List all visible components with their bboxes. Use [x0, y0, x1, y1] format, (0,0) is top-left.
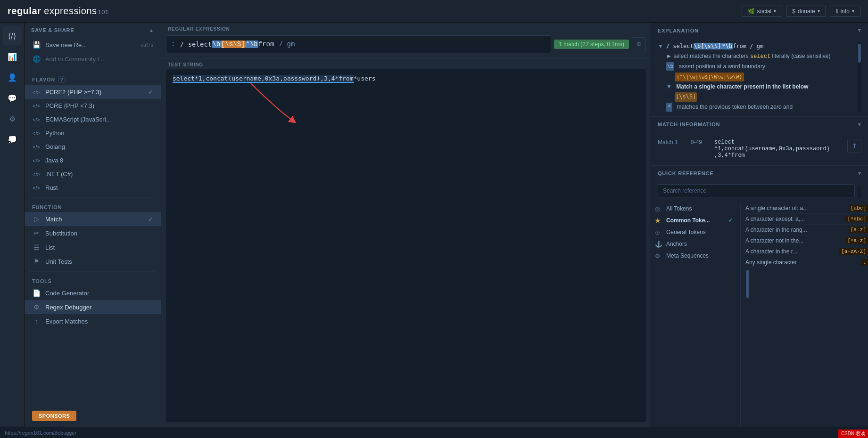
expand-icon-2[interactable]: ▼ [666, 82, 672, 91]
exp-regex-text: / select\b[\s\S]*\bfrom / gm [666, 42, 763, 51]
sidebar-flavor-ecma[interactable]: </> ECMAScript (JavaScri... [25, 113, 161, 126]
expand-icon[interactable]: ▼ [658, 42, 663, 51]
main-layout: ⟨/⟩ 📊 👤 💬 ⚙ 💭 SAVE & SHARE ▲ 💾 Save new … [0, 23, 868, 427]
code-icon: </> [32, 144, 41, 150]
sidebar-flavor-pcre2[interactable]: </> PCRE2 (PHP >=7.3) ✓ [25, 85, 161, 99]
sidebar-flavor-java[interactable]: </> Java 8 [25, 154, 161, 167]
sidebar-flavor-python[interactable]: </> Python [25, 126, 161, 140]
qr-search-row [651, 181, 868, 203]
sidebar-flavor-pcre[interactable]: </> PCRE (PHP <7.3) [25, 99, 161, 113]
qr-item-anchors[interactable]: ⚓ Anchors [651, 238, 736, 250]
sidebar-tool-codegen[interactable]: 📄 Code Generator [25, 286, 161, 300]
match-badge: 1 match (27 steps, 0.1ms) [554, 40, 629, 49]
divider-2 [30, 197, 155, 198]
boundary-detail-code: (^\|\w|\w$|\W\w|\w\W) [675, 73, 744, 82]
right-pane: EXPLANATION ▾ ▼ / select\b[\s\S]*\bfrom … [651, 23, 868, 427]
match-share-button[interactable]: ⬆ [847, 139, 861, 153]
exp-line-select: ► select matches the characters select l… [658, 52, 858, 61]
sidebar-function-unittests[interactable]: ⚑ Unit Tests [25, 254, 161, 268]
qr-categories: ◎ All Tokens ★ Common Toke... ✓ ⊙ Genera… [651, 203, 741, 427]
sidebar-flavor-dotnet[interactable]: </> .NET (C#) [25, 167, 161, 181]
regex-highlight-bracket: [\s\S] [221, 41, 245, 48]
chevron-down-icon: ▾ [858, 122, 861, 128]
qr-entries: A single character of: a... [abc] A char… [741, 203, 868, 427]
codegen-icon: 📄 [32, 289, 41, 297]
icon-bar-community[interactable]: 💬 [3, 89, 22, 107]
sidebar-item-save[interactable]: 💾 Save new Re... ctrl+s [25, 38, 161, 52]
test-string-content[interactable]: select*1,concat(username,0x3a,passsword)… [166, 69, 646, 422]
code-icon: </> [32, 185, 41, 191]
qr-item-general-tokens[interactable]: ⊙ General Tokens [651, 227, 736, 238]
sidebar: SAVE & SHARE ▲ 💾 Save new Re... ctrl+s 🌐… [25, 23, 161, 427]
chevron-up-icon: ▲ [149, 27, 154, 33]
regex-text: / select [176, 41, 212, 48]
list-icon: ☰ [32, 243, 41, 251]
explanation-scrollbar-thumb [858, 44, 861, 63]
donate-button[interactable]: $ donate ▾ [786, 6, 826, 17]
qr-search-scrollbar [858, 187, 861, 198]
sidebar-flavor-rust[interactable]: </> Rust [25, 181, 161, 195]
info-button[interactable]: ℹ info ▾ [830, 6, 860, 17]
code-icon: </> [32, 103, 41, 109]
quick-reference-header[interactable]: QUICK REFERENCE ▾ [651, 166, 868, 181]
explanation-section: EXPLANATION ▾ ▼ / select\b[\s\S]*\bfrom … [651, 23, 868, 117]
sponsor-button[interactable]: SPONSORS [32, 411, 76, 421]
topnav: regular expressions101 🌿 social ▾ $ dona… [0, 0, 868, 23]
sidebar-tools-title: TOOLS [25, 275, 161, 286]
sidebar-function-substitution[interactable]: ✂ Substitution [25, 226, 161, 240]
boundary-code: \b [666, 62, 674, 71]
logo: regular expressions101 [8, 6, 109, 16]
chevron-down-icon: ▾ [774, 8, 776, 14]
explanation-scrollbar[interactable] [858, 42, 861, 113]
search-reference-input[interactable] [658, 184, 855, 197]
check-icon: ✓ [148, 216, 153, 223]
match-info-header[interactable]: MATCH INFORMATION ▾ [651, 117, 868, 132]
test-string-tail: *users [354, 75, 376, 82]
match-label: Match 1 [658, 139, 686, 146]
qr-entry-5: Any single character . [745, 257, 868, 268]
save-icon: 💾 [32, 41, 41, 49]
chevron-down-icon: ▾ [858, 170, 861, 177]
social-icon: 🌿 [748, 8, 755, 15]
qr-entry-2: A character in the rang... [a-z] [745, 225, 868, 235]
qr-item-meta-sequences[interactable]: ⚙ Meta Sequences [651, 250, 736, 262]
qr-scrollbar[interactable] [745, 270, 749, 298]
sidebar-flavor-golang[interactable]: </> Golang [25, 140, 161, 154]
icon-bar-chart[interactable]: 📊 [3, 47, 22, 66]
sidebar-tool-export[interactable]: ↑ Export Matches [25, 314, 161, 328]
icon-bar-user[interactable]: 👤 [3, 68, 22, 87]
icon-bar-code[interactable]: ⟨/⟩ [3, 26, 22, 45]
icon-bar-feedback[interactable]: 💭 [3, 130, 22, 149]
sidebar-function-list[interactable]: ☰ List [25, 240, 161, 254]
regex-flags: / gm [275, 41, 295, 48]
match-value: select*1,concat(username,0x3a,passsword)… [714, 139, 843, 159]
copy-button[interactable]: ⧉ [632, 37, 646, 51]
match-info-content: Match 1 0-49 select*1,concat(username,0x… [651, 132, 868, 165]
code-icon: </> [32, 171, 41, 177]
test-string-label: TEST STRING [161, 58, 651, 69]
regex-delimiter-start: : [171, 41, 175, 48]
divider-1 [30, 69, 155, 69]
help-icon[interactable]: ? [58, 76, 66, 83]
community-icon: 🌐 [32, 55, 41, 63]
sidebar-function-match[interactable]: ▷ Match ✓ [25, 212, 161, 226]
icon-bar-settings[interactable]: ⚙ [3, 109, 22, 128]
sidebar-item-add-community[interactable]: 🌐 Add to Community L... [25, 52, 161, 66]
general-tokens-icon: ⊙ [655, 229, 662, 236]
explanation-header[interactable]: EXPLANATION ▾ [651, 23, 868, 38]
export-icon: ↑ [32, 317, 41, 325]
regex-input[interactable]: : / select \b [\s\S] *\b from / gm [166, 35, 551, 53]
qr-body: ◎ All Tokens ★ Common Toke... ✓ ⊙ Genera… [651, 203, 868, 427]
chevron-down-icon: ▾ [858, 27, 861, 33]
sidebar-bottom: SPONSORS [25, 405, 161, 427]
sidebar-tool-debugger[interactable]: ⚙ Regex Debugger [25, 300, 161, 314]
meta-icon: ⚙ [655, 252, 662, 260]
social-button[interactable]: 🌿 social ▾ [742, 6, 783, 17]
explanation-body: ▼ / select\b[\s\S]*\bfrom / gm ► select … [658, 42, 858, 113]
divider-3 [30, 271, 155, 272]
check-icon: ✓ [148, 89, 153, 96]
qr-item-common-tokens[interactable]: ★ Common Toke... ✓ [651, 215, 736, 227]
qr-item-all-tokens[interactable]: ◎ All Tokens [651, 203, 736, 215]
regex-highlight-star-b: *\b [246, 41, 258, 48]
quick-reference-section: QUICK REFERENCE ▾ ◎ All Tokens [651, 166, 868, 427]
